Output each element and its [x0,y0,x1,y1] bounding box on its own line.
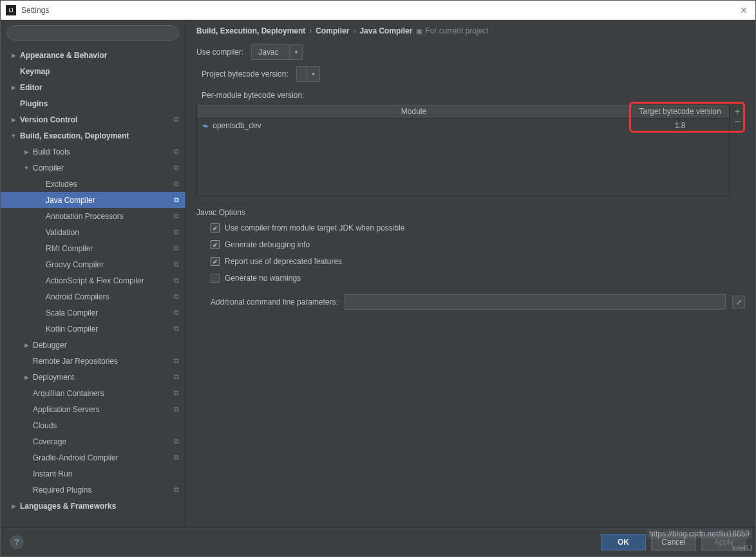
tree-item-application-servers[interactable]: Application Servers⧉ [1,401,185,417]
tree-item-label: Android Compilers [46,292,109,301]
col-module: Module [197,104,631,118]
project-scope-icon: ⧉ [174,115,179,124]
tree-item-keymap[interactable]: Keymap [1,63,185,79]
javac-options-header: Javac Options [196,208,745,217]
chevron-down-icon[interactable]: ▼ [307,67,319,81]
tree-item-gradle-android-compiler[interactable]: Gradle-Android Compiler⧉ [1,449,185,466]
tree-item-validation[interactable]: Validation⧉ [1,224,185,240]
tree-item-plugins[interactable]: Plugins [1,95,185,111]
project-bytecode-combo[interactable]: ▼ [296,66,320,82]
target-bytecode-cell[interactable]: 1.8 [631,121,729,130]
project-scope-icon: ⧉ [174,244,179,252]
chk-report-deprecated[interactable] [211,257,220,266]
chk-label: Generate debugging info [225,240,310,249]
tree-item-actionscript-flex-compiler[interactable]: ActionScript & Flex Compiler⧉ [1,272,185,288]
tree-item-clouds[interactable]: Clouds [1,417,185,433]
use-compiler-combo[interactable]: Javac ▼ [251,44,303,60]
project-scope-icon: ⧉ [174,147,179,156]
chk-label: Generate no warnings [225,274,301,283]
window-title: Settings [21,6,737,15]
tree-item-label: Arquillian Containers [33,389,104,398]
breadcrumb-item[interactable]: Build, Execution, Deployment [196,26,305,35]
project-bytecode-label: Project bytecode version: [202,70,288,79]
tree-item-rmi-compiler[interactable]: RMI Compiler⧉ [1,240,185,256]
project-scope-icon: ⧉ [174,292,179,301]
chk-generate-debug[interactable] [211,240,220,249]
table-row[interactable]: ▪▸ opentsdb_dev 1.8 [197,118,729,133]
tree-item-languages-frameworks[interactable]: ▶Languages & Frameworks [1,498,185,514]
tree-item-label: Excludes [46,180,77,189]
chevron-right-icon[interactable]: ▶ [23,149,30,155]
chevron-down-icon[interactable]: ▼ [23,165,30,171]
chevron-right-icon[interactable]: ▶ [23,342,30,348]
tree-item-kotlin-compiler[interactable]: Kotlin Compiler⧉ [1,321,185,337]
chevron-right-icon[interactable]: ▶ [10,84,17,91]
chevron-right-icon[interactable]: ▶ [10,52,17,59]
tree-item-editor[interactable]: ▶Editor [1,79,185,95]
tree-item-debugger[interactable]: ▶Debugger [1,337,185,353]
tree-item-annotation-processors[interactable]: Annotation Processors⧉ [1,208,185,224]
tree-item-groovy-compiler[interactable]: Groovy Compiler⧉ [1,256,185,272]
col-target: Target bytecode version [631,104,729,118]
close-icon[interactable]: ✕ [737,5,750,15]
watermark: https://blog.csdn.net/liu16659 [647,529,752,539]
project-scope-icon: ⧉ [174,453,179,462]
chk-no-warnings[interactable] [211,274,220,283]
settings-tree: ▶Appearance & BehaviorKeymap▶EditorPlugi… [1,46,185,527]
chk-label: Report use of deprecated features [225,257,342,266]
breadcrumb-item[interactable]: Compiler [316,26,349,35]
tree-item-label: Annotation Processors [46,212,124,221]
chevron-right-icon: › [309,26,312,35]
tree-item-label: Kotlin Compiler [46,325,98,334]
breadcrumb: Build, Execution, Deployment › Compiler … [196,26,745,35]
tree-item-label: Validation [46,228,79,237]
tree-item-required-plugins[interactable]: Required Plugins⧉ [1,482,185,498]
tree-item-label: Build, Execution, Deployment [20,131,129,140]
tree-item-label: Clouds [33,421,57,430]
add-icon[interactable]: + [735,106,740,117]
params-label: Additional command line parameters: [211,297,338,307]
remove-icon[interactable]: − [734,119,740,124]
tree-item-android-compilers[interactable]: Android Compilers⧉ [1,288,185,305]
tree-item-label: Languages & Frameworks [20,502,116,511]
tree-item-coverage[interactable]: Coverage⧉ [1,433,185,449]
tree-item-label: Java Compiler [46,196,95,205]
project-icon: ▣ [416,27,422,35]
tree-item-label: Deployment [33,373,74,382]
chevron-down-icon[interactable]: ▼ [10,133,17,139]
tree-item-build-tools[interactable]: ▶Build Tools⧉ [1,144,185,160]
tree-item-instant-run[interactable]: Instant Run [1,466,185,482]
tree-item-compiler[interactable]: ▼Compiler⧉ [1,160,185,176]
tree-item-java-compiler[interactable]: Java Compiler⧉ [1,192,185,208]
chevron-right-icon[interactable]: ▶ [23,374,30,381]
tree-item-build-execution-deployment[interactable]: ▼Build, Execution, Deployment [1,127,185,144]
tree-item-appearance-behavior[interactable]: ▶Appearance & Behavior [1,47,185,63]
tree-item-version-control[interactable]: ▶Version Control⧉ [1,111,185,127]
project-scope-icon: ⧉ [174,373,179,381]
chevron-right-icon[interactable]: ▶ [10,117,17,123]
title-bar: IJ Settings ✕ [1,1,755,20]
breadcrumb-item: Java Compiler [359,26,412,35]
search-input[interactable] [7,25,179,41]
params-input[interactable] [345,294,726,310]
tree-item-scala-compiler[interactable]: Scala Compiler⧉ [1,305,185,321]
tree-item-arquillian-containers[interactable]: Arquillian Containers⧉ [1,385,185,401]
tree-item-label: Groovy Compiler [46,260,104,269]
expand-icon[interactable]: ⤢ [732,296,745,308]
tree-item-deployment[interactable]: ▶Deployment⧉ [1,369,185,385]
settings-panel: Build, Execution, Deployment › Compiler … [186,20,755,527]
intellij-watermark: IntelliJ [732,544,752,552]
chk-use-module-jdk[interactable] [211,223,220,232]
chevron-down-icon[interactable]: ▼ [289,45,302,59]
help-button[interactable]: ? [10,535,24,549]
tree-item-excludes[interactable]: Excludes⧉ [1,176,185,192]
ok-button[interactable]: OK [601,534,646,551]
tree-item-label: Scala Compiler [46,308,98,317]
tree-item-label: Application Servers [33,405,99,414]
tree-item-label: Version Control [20,115,77,124]
chevron-right-icon[interactable]: ▶ [10,503,17,509]
project-scope-icon: ⧉ [174,389,179,397]
tree-item-remote-jar-repositories[interactable]: Remote Jar Repositories⧉ [1,353,185,369]
chk-label: Use compiler from module target JDK when… [225,223,404,232]
tree-item-label: Compiler [33,164,64,173]
